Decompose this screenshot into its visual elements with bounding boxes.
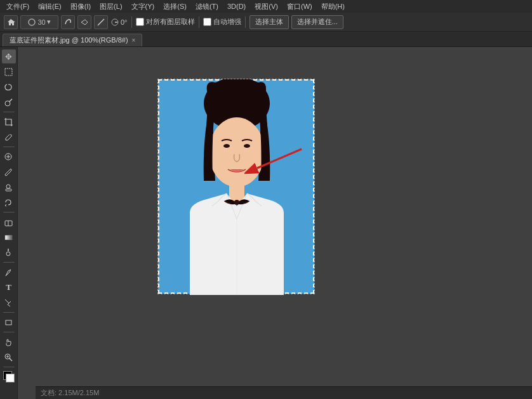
sample-all-layers-checkbox[interactable] (136, 18, 144, 26)
pressure-icon[interactable] (94, 15, 108, 29)
brush-preset-picker[interactable]: 30 ▾ (20, 15, 58, 29)
type-tool[interactable]: T (2, 280, 16, 294)
select-and-mask-button[interactable]: 选择并遮住... (291, 15, 343, 29)
dodge-tool[interactable] (2, 245, 16, 259)
brush-size-value: 30 (37, 18, 45, 26)
svg-point-5 (5, 101, 10, 106)
menu-select[interactable]: 选择(S) (159, 1, 190, 12)
close-tab-button[interactable]: × (132, 37, 136, 44)
tab-filename: 蓝底证件照素材.jpg @ 100%(RGB/8#) (10, 36, 128, 45)
angle-group: 0° (110, 18, 128, 27)
home-icon[interactable] (4, 15, 18, 29)
tab-bar: 蓝底证件照素材.jpg @ 100%(RGB/8#) × (0, 32, 532, 47)
hand-tool[interactable] (2, 335, 16, 349)
svg-point-29 (234, 200, 239, 205)
svg-rect-17 (6, 320, 11, 325)
svg-point-10 (6, 185, 10, 188)
rectangle-tool[interactable] (2, 315, 16, 329)
menu-help[interactable]: 帮助(H) (317, 1, 349, 12)
brush-tool[interactable] (2, 165, 16, 179)
brush-options-icon[interactable] (77, 15, 91, 29)
path-select-tool[interactable] (2, 296, 16, 310)
svg-line-32 (257, 149, 302, 168)
red-arrow-svg (244, 143, 308, 181)
separator-3 (245, 16, 246, 28)
svg-rect-28 (229, 182, 244, 201)
select-subject-button[interactable]: 选择主体 (249, 15, 289, 29)
tool-separator-3 (3, 212, 15, 213)
eraser-tool[interactable] (2, 215, 16, 229)
pen-tool[interactable] (2, 265, 16, 279)
svg-rect-14 (5, 235, 12, 240)
menu-filter[interactable]: 滤镜(T) (192, 1, 222, 12)
stamp-tool[interactable] (2, 180, 16, 194)
left-toolbar: ✥ (0, 47, 18, 399)
svg-line-1 (98, 19, 104, 25)
menu-window[interactable]: 窗口(W) (283, 1, 316, 12)
menu-3d[interactable]: 3D(D) (223, 2, 249, 11)
gradient-tool[interactable] (2, 230, 16, 244)
zoom-tool[interactable] (2, 350, 16, 364)
svg-point-15 (6, 252, 10, 256)
color-swatches[interactable] (2, 370, 16, 384)
background-color[interactable] (6, 374, 15, 383)
auto-enhance-label[interactable]: 自动增强 (203, 17, 241, 27)
angle-icon (110, 18, 119, 27)
svg-point-24 (223, 144, 230, 148)
menu-image[interactable]: 图像(I) (67, 1, 95, 12)
canvas-area[interactable]: 文档: 2.15M/2.15M (18, 47, 532, 399)
menu-edit[interactable]: 编辑(E) (34, 1, 65, 12)
main-area: ✥ (0, 47, 532, 399)
quick-select-tool[interactable] (2, 95, 16, 109)
status-text: 文档: 2.15M/2.15M (41, 388, 99, 398)
photo-frame (157, 79, 315, 294)
auto-enhance-checkbox[interactable] (203, 18, 211, 26)
separator-1 (131, 16, 132, 28)
tool-separator-5 (3, 312, 15, 313)
angle-value: 0° (121, 18, 128, 26)
crop-tool[interactable] (2, 115, 16, 129)
healing-tool[interactable] (2, 150, 16, 164)
tool-separator-1 (3, 112, 15, 112)
tool-separator-2 (3, 147, 15, 147)
svg-line-19 (10, 358, 12, 361)
document-tab[interactable]: 蓝底证件照素材.jpg @ 100%(RGB/8#) × (3, 34, 142, 46)
tool-separator-6 (3, 332, 15, 332)
separator-2 (199, 16, 199, 28)
menu-type[interactable]: 文字(Y) (128, 1, 159, 12)
eyedropper-tool[interactable] (2, 130, 16, 144)
marquee-tool[interactable] (2, 65, 16, 79)
tool-separator-4 (3, 262, 15, 263)
menu-layer[interactable]: 图层(L) (96, 1, 126, 12)
history-brush-tool[interactable] (2, 195, 16, 209)
sample-all-layers-label[interactable]: 对所有图层取样 (136, 17, 195, 27)
menu-bar: 文件(F) 编辑(E) 图像(I) 图层(L) 文字(Y) 选择(S) 滤镜(T… (0, 0, 532, 13)
svg-rect-11 (6, 189, 11, 191)
photo-canvas (157, 79, 315, 294)
brush-mode-icon[interactable] (61, 15, 75, 29)
tool-separator-7 (3, 367, 15, 367)
menu-file[interactable]: 文件(F) (3, 1, 33, 12)
move-tool[interactable]: ✥ (2, 49, 16, 63)
svg-line-6 (10, 99, 12, 101)
menu-view[interactable]: 视图(V) (251, 1, 282, 12)
toolbar: 30 ▾ 0° 对所有图层取样 自动增强 选择主体 选择并遮住... (0, 13, 532, 32)
person-illustration (158, 79, 316, 295)
svg-rect-4 (5, 69, 12, 75)
status-bar: 文档: 2.15M/2.15M (36, 386, 532, 399)
svg-point-0 (29, 19, 35, 25)
lasso-tool[interactable] (2, 80, 16, 94)
